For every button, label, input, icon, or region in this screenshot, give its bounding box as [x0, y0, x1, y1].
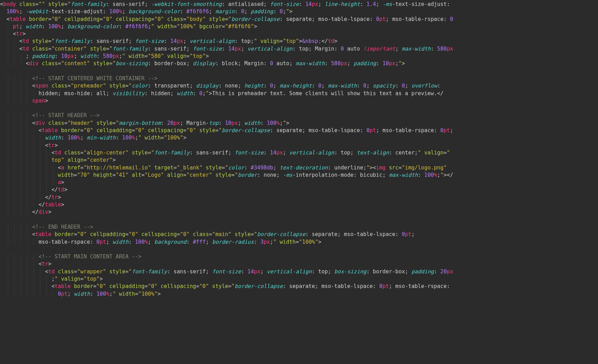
code-editor[interactable]: <body class="" style="font-family: sans-… — [0, 0, 598, 298]
